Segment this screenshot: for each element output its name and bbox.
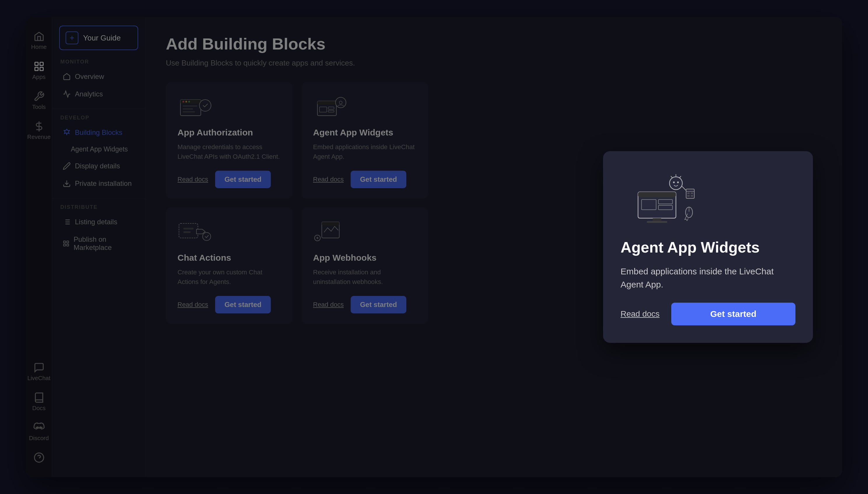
svg-rect-57	[691, 195, 693, 196]
svg-rect-45	[647, 221, 667, 223]
svg-rect-54	[687, 192, 690, 194]
popup-illustration	[621, 169, 696, 227]
popup-card: Agent App Widgets Embed applications ins…	[603, 151, 813, 343]
svg-point-50	[673, 182, 675, 183]
svg-rect-43	[638, 192, 676, 197]
svg-point-49	[669, 177, 682, 190]
app-container: Home Apps Tools Revenue LiveChat Docs Di…	[26, 17, 842, 477]
popup-read-docs-button[interactable]: Read docs	[621, 309, 660, 319]
svg-rect-56	[687, 195, 690, 196]
popup-title: Agent App Widgets	[621, 239, 795, 256]
svg-rect-55	[691, 192, 693, 194]
popup-overlay: Agent App Widgets Embed applications ins…	[26, 17, 842, 477]
popup-get-started-button[interactable]: Get started	[671, 303, 795, 325]
popup-actions: Read docs Get started	[621, 303, 795, 325]
popup-desc: Embed applications inside the LiveChat A…	[621, 265, 795, 291]
svg-point-51	[677, 182, 679, 183]
